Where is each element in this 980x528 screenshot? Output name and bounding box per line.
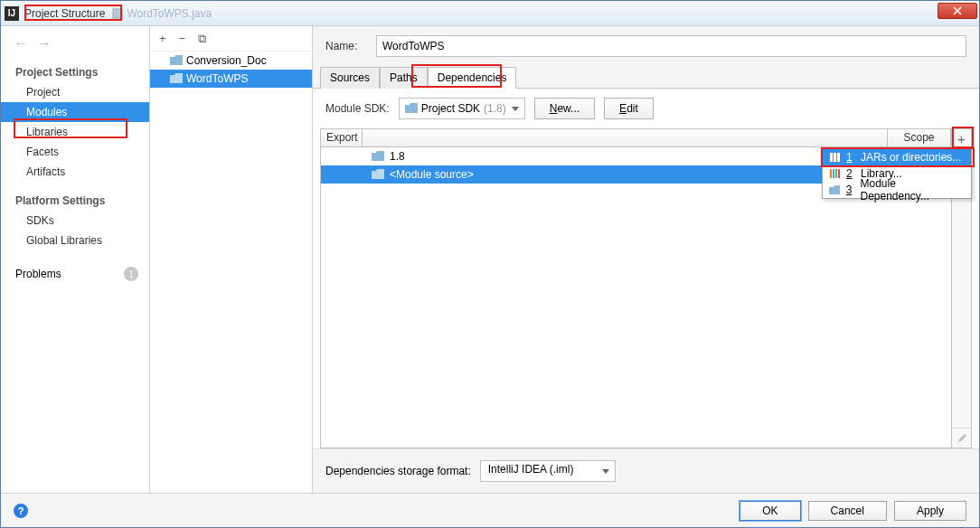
tree-item-conversion-doc[interactable]: Conversion_Doc: [150, 52, 312, 70]
folder-icon: [405, 103, 418, 114]
sidebar-item-modules[interactable]: Modules: [1, 102, 149, 122]
edit-sdk-button[interactable]: Edit: [604, 98, 654, 119]
close-button[interactable]: [938, 3, 977, 19]
storage-value: IntelliJ IDEA (.iml): [488, 463, 574, 476]
popup-num: 2: [846, 167, 855, 180]
content-panel: Name: Sources Paths Dependencies Module …: [313, 26, 979, 493]
popup-item-module-dep[interactable]: 3 Module Dependency...: [823, 182, 971, 198]
sidebar-item-global-libraries[interactable]: Global Libraries: [1, 231, 149, 250]
header-main: [363, 129, 888, 146]
sidebar-item-artifacts[interactable]: Artifacts: [1, 162, 149, 182]
deps-row-label: 1.8: [390, 150, 405, 163]
svg-rect-3: [837, 153, 840, 162]
folder-icon: [170, 73, 183, 84]
header-export: Export: [321, 129, 363, 146]
apply-button[interactable]: Apply: [894, 501, 966, 521]
dependencies-body: Module SDK: Project SDK (1.8) New... Edi…: [313, 89, 979, 493]
module-icon: [828, 184, 841, 196]
popup-label: Module Dependency...: [860, 177, 966, 203]
tree-item-wordtowps[interactable]: WordToWPS: [150, 70, 312, 88]
nav-arrows: ← →: [1, 32, 149, 61]
module-name-input[interactable]: [376, 35, 966, 57]
jars-icon: [828, 151, 841, 164]
ok-button[interactable]: OK: [740, 501, 800, 521]
sdk-label: Module SDK:: [325, 102, 390, 115]
sdk-value-prefix: Project SDK: [421, 102, 480, 115]
library-icon: [828, 167, 841, 180]
sdk-value-suffix: (1.8): [484, 102, 506, 115]
module-tree-panel: + − ⧉ Conversion_Doc WordToWPS: [150, 26, 313, 493]
svg-rect-1: [830, 153, 833, 162]
tab-dependencies[interactable]: Dependencies: [428, 67, 517, 89]
svg-rect-6: [835, 169, 837, 178]
new-sdk-button[interactable]: New...: [534, 98, 595, 119]
main-area: ← → Project Settings Project Modules Lib…: [1, 26, 979, 493]
storage-label: Dependencies storage format:: [325, 465, 471, 477]
sidebar-heading-project: Project Settings: [1, 61, 149, 82]
name-label: Name:: [325, 40, 365, 52]
svg-rect-4: [830, 169, 832, 178]
deps-table-header: Export Scope: [321, 129, 951, 147]
folder-icon: [170, 55, 183, 66]
popup-item-jars[interactable]: 1 JARs or directories...: [823, 149, 971, 165]
popup-num: 3: [846, 184, 855, 196]
popup-num: 1: [846, 151, 855, 164]
forward-arrow-icon[interactable]: →: [37, 35, 52, 52]
sidebar-item-problems[interactable]: Problems 1: [1, 263, 149, 285]
sdk-row: Module SDK: Project SDK (1.8) New... Edi…: [313, 98, 979, 128]
deps-table-area: Export Scope 1.8 <Module source> +: [320, 128, 972, 448]
back-arrow-icon[interactable]: ←: [14, 35, 28, 52]
background-tab-label: WordToWPS.java: [127, 7, 212, 20]
sidebar-item-project[interactable]: Project: [1, 82, 149, 102]
storage-select[interactable]: IntelliJ IDEA (.iml): [480, 460, 616, 482]
deps-row-label: <Module source>: [390, 168, 474, 181]
tree-toolbar: + − ⧉: [150, 26, 312, 52]
copy-icon[interactable]: ⧉: [198, 32, 206, 46]
sdk-select[interactable]: Project SDK (1.8): [399, 98, 525, 119]
tree-item-label: Conversion_Doc: [186, 54, 267, 67]
background-tab: WordToWPS.java: [112, 7, 212, 20]
header-scope: Scope: [888, 129, 951, 146]
name-row: Name:: [313, 26, 979, 66]
window-title: Project Structure: [24, 7, 105, 20]
svg-rect-5: [833, 169, 834, 178]
storage-row: Dependencies storage format: IntelliJ ID…: [313, 448, 979, 493]
problems-badge: 1: [124, 267, 138, 281]
sidebar-item-sdks[interactable]: SDKs: [1, 211, 149, 231]
footer: ? OK Cancel Apply: [1, 493, 979, 527]
problems-label: Problems: [15, 268, 61, 280]
tabs-row: Sources Paths Dependencies: [313, 66, 979, 89]
add-dependency-popup: 1 JARs or directories... 2 Library... 3 …: [822, 148, 972, 199]
tab-paths[interactable]: Paths: [380, 67, 428, 89]
cancel-button[interactable]: Cancel: [808, 501, 887, 521]
folder-icon: [372, 169, 384, 180]
svg-rect-0: [113, 9, 122, 18]
remove-icon[interactable]: −: [179, 32, 186, 45]
app-icon: IJ: [5, 6, 19, 21]
sidebar-item-facets[interactable]: Facets: [1, 142, 149, 162]
edit-icon[interactable]: [952, 428, 971, 448]
svg-rect-7: [838, 169, 840, 178]
svg-rect-2: [834, 153, 836, 162]
add-dependency-button[interactable]: +: [952, 129, 971, 149]
sidebar: ← → Project Settings Project Modules Lib…: [1, 26, 150, 493]
tree-item-label: WordToWPS: [186, 72, 248, 85]
popup-label: JARs or directories...: [861, 151, 961, 164]
titlebar: IJ Project Structure WordToWPS.java: [1, 1, 979, 26]
sidebar-item-libraries[interactable]: Libraries: [1, 122, 149, 142]
folder-icon: [372, 151, 384, 162]
sidebar-heading-platform: Platform Settings: [1, 189, 149, 211]
tab-sources[interactable]: Sources: [320, 67, 380, 89]
add-icon[interactable]: +: [159, 32, 166, 45]
help-icon[interactable]: ?: [14, 504, 28, 518]
